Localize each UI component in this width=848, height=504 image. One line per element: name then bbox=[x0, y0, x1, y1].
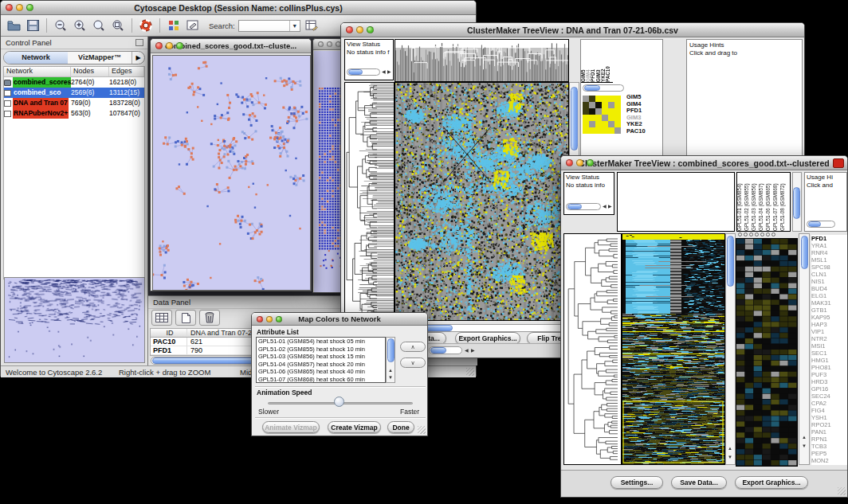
tv1-status-scrollbar[interactable] bbox=[347, 68, 380, 76]
zoom-in-icon[interactable] bbox=[72, 18, 88, 33]
zoom-button[interactable] bbox=[587, 159, 594, 166]
minimize-button[interactable] bbox=[16, 4, 23, 11]
open-session-button[interactable] bbox=[6, 18, 22, 33]
network-table-row[interactable]: DNA and Tran 07769(0)183728(0) bbox=[4, 98, 144, 108]
tv2-gene-vscrollbar[interactable]: ▲ ▼ bbox=[799, 233, 810, 465]
tv1-mini-heatmap[interactable] bbox=[583, 96, 621, 134]
network-name-cell[interactable]: RNAPuberNov2+ bbox=[4, 108, 71, 119]
close-button[interactable] bbox=[346, 26, 353, 33]
scroll-thumb[interactable] bbox=[571, 87, 578, 150]
tv2-column-dendrogram-area[interactable] bbox=[617, 172, 735, 232]
col-network[interactable]: Network bbox=[4, 67, 71, 76]
tv1-titlebar[interactable]: ClusterMaker TreeView : DNA and Tran 07-… bbox=[341, 23, 804, 37]
scroll-up-icon[interactable]: ▲ bbox=[388, 368, 393, 373]
save-session-button[interactable] bbox=[25, 18, 41, 33]
attribute-list[interactable]: GPL51-01 (GSM854) heat shock 05 minGPL51… bbox=[256, 337, 386, 383]
minimize-button[interactable] bbox=[266, 316, 273, 322]
tab-overflow-arrow[interactable]: ▶ bbox=[132, 52, 144, 64]
close-button[interactable] bbox=[318, 41, 324, 47]
attribute-list-item[interactable]: GPL51-06 (GSM865) heat shock 40 min bbox=[257, 368, 385, 376]
scroll-left-icon[interactable]: ◀ bbox=[382, 69, 386, 75]
col-id[interactable]: ID bbox=[151, 329, 187, 337]
minimize-button[interactable] bbox=[166, 42, 173, 49]
tv1-column-dendrogram[interactable] bbox=[395, 39, 569, 82]
scroll-up-icon[interactable]: ▲ bbox=[802, 435, 807, 440]
done-button[interactable]: Done bbox=[387, 421, 414, 433]
tv2-row-dendrogram[interactable] bbox=[563, 233, 622, 465]
animate-vizmap-button[interactable]: Animate Vizmap bbox=[262, 421, 320, 433]
tv1-detail-scrollbar[interactable] bbox=[583, 84, 624, 92]
scroll-thumb[interactable] bbox=[584, 85, 600, 91]
zoom-button[interactable] bbox=[276, 316, 282, 322]
tv2-titlebar[interactable]: ClusterMaker TreeView : combined_scores_… bbox=[561, 156, 847, 170]
scroll-thumb[interactable] bbox=[567, 204, 582, 209]
tv2-status-scrollbar[interactable] bbox=[566, 203, 601, 210]
scroll-thumb[interactable] bbox=[348, 69, 363, 75]
close-button[interactable] bbox=[566, 159, 573, 166]
combo-dropdown-icon[interactable]: ▼ bbox=[289, 21, 300, 31]
tv2-export-graphics-button[interactable]: Export Graphics... bbox=[735, 476, 808, 489]
scroll-down-icon[interactable]: ▼ bbox=[388, 375, 393, 381]
tv2-zoom-heatmap[interactable] bbox=[736, 238, 798, 467]
resize-grip[interactable] bbox=[466, 368, 474, 376]
close-button[interactable] bbox=[155, 42, 163, 49]
net1-titlebar[interactable]: combined_scores_good.txt--cluste... bbox=[151, 39, 311, 53]
col-nodes[interactable]: Nodes bbox=[71, 67, 109, 76]
network-table-row[interactable]: combined_scores_2764(0)16218(0) bbox=[4, 77, 144, 88]
scroll-thumb[interactable] bbox=[808, 221, 821, 227]
network-name-cell[interactable]: combined_sco bbox=[4, 88, 71, 98]
network-overview[interactable] bbox=[4, 277, 145, 363]
tab-network[interactable]: Network bbox=[4, 52, 68, 64]
create-vizmap-button[interactable]: Create Vizmap bbox=[328, 421, 381, 433]
new-attribute-button[interactable] bbox=[175, 310, 196, 326]
minimize-button[interactable] bbox=[327, 41, 332, 47]
scroll-thumb[interactable] bbox=[793, 187, 800, 219]
delete-attribute-button[interactable] bbox=[199, 310, 220, 326]
move-up-button[interactable]: ∧ bbox=[400, 342, 426, 352]
network-table-row[interactable]: combined_sco2569(6)13112(15) bbox=[4, 88, 144, 98]
tv2-heatmap-vscrollbar[interactable]: ▲ ▼ bbox=[725, 233, 736, 465]
network-name-cell[interactable]: combined_scores_ bbox=[4, 77, 71, 88]
scroll-thumb[interactable] bbox=[430, 347, 446, 354]
tv2-column-vscrollbar[interactable] bbox=[792, 172, 802, 232]
annotation-icon[interactable] bbox=[185, 18, 201, 33]
tv1-bottom-scrollbar[interactable] bbox=[429, 346, 462, 354]
attribute-list-vscrollbar[interactable]: ▲ ▼ bbox=[386, 337, 395, 383]
zoom-selected-icon[interactable] bbox=[110, 18, 126, 33]
attribute-list-item[interactable]: GPL51-01 (GSM854) heat shock 05 min bbox=[257, 338, 385, 346]
dialog-titlebar[interactable]: Map Colors to Network bbox=[252, 313, 427, 326]
main-titlebar[interactable]: Cytoscape Desktop (Session Name: collins… bbox=[1, 1, 476, 15]
search-combobox[interactable]: ▼ bbox=[238, 20, 300, 32]
scroll-thumb[interactable] bbox=[801, 236, 808, 269]
attribute-select-button[interactable] bbox=[151, 310, 172, 326]
scroll-down-icon[interactable]: ▼ bbox=[802, 443, 807, 449]
zoom-fit-icon[interactable] bbox=[91, 18, 107, 33]
minimize-button[interactable] bbox=[356, 26, 363, 33]
float-panel-icon[interactable] bbox=[135, 39, 143, 46]
scroll-down-icon[interactable]: ▼ bbox=[728, 455, 732, 460]
tab-vizmapper[interactable]: VizMapper™ bbox=[68, 52, 132, 64]
close-button[interactable] bbox=[257, 316, 263, 322]
zoom-button[interactable] bbox=[176, 42, 183, 49]
tv1-heatmap[interactable] bbox=[395, 82, 569, 321]
minimize-button[interactable] bbox=[576, 159, 583, 166]
move-down-button[interactable]: ∨ bbox=[400, 357, 426, 368]
scroll-left-icon[interactable]: ◀ bbox=[465, 348, 469, 354]
network-canvas[interactable] bbox=[152, 55, 311, 291]
scroll-left-icon[interactable]: ◀ bbox=[603, 204, 607, 209]
attribute-list-item[interactable]: GPL51-02 (GSM855) heat shock 10 min bbox=[257, 346, 385, 354]
tv2-usage-scrollbar[interactable] bbox=[807, 221, 835, 228]
resize-grip[interactable] bbox=[838, 487, 846, 495]
close-button[interactable] bbox=[6, 4, 13, 11]
scroll-right-icon[interactable]: ▶ bbox=[608, 204, 612, 209]
col-edges[interactable]: Edges bbox=[109, 67, 144, 76]
help-lifesaver-icon[interactable] bbox=[138, 18, 154, 33]
scroll-thumb[interactable] bbox=[727, 236, 734, 287]
scroll-right-icon[interactable]: ▶ bbox=[387, 69, 391, 75]
network-table-row[interactable]: RNAPuberNov2+563(0)107847(0) bbox=[4, 108, 144, 119]
tv2-save-data-button[interactable]: Save Data... bbox=[671, 476, 727, 489]
attribute-list-item[interactable]: GPL51-03 (GSM856) heat shock 15 min bbox=[257, 353, 385, 361]
zoom-button[interactable] bbox=[26, 4, 33, 11]
scroll-right-icon[interactable]: ▶ bbox=[471, 348, 475, 354]
scroll-up-icon[interactable]: ▲ bbox=[728, 446, 732, 451]
